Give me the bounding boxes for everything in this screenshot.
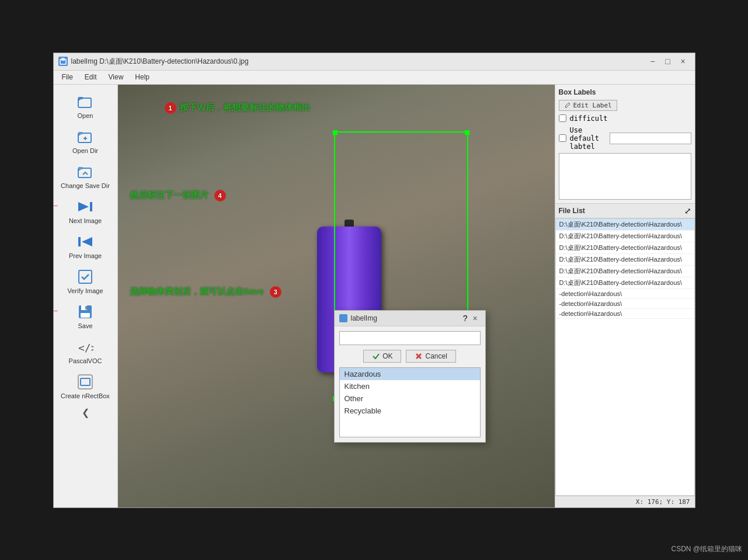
save-button[interactable]: Save ← [59, 300, 112, 332]
file-item-8[interactable]: -detection\Hazardous\ [556, 309, 694, 319]
verify-image-button[interactable]: Verify Image [59, 265, 112, 297]
prev-image-label: Prev Image [69, 252, 102, 259]
main-content: Open Open Dir [54, 85, 695, 507]
svg-rect-5 [78, 132, 83, 134]
dialog-buttons: OK Cancel [339, 350, 481, 363]
dialog-cancel-button[interactable]: Cancel [406, 350, 455, 363]
create-rect-button[interactable]: Create nRectBox [59, 370, 112, 402]
file-list-header: File List ⤢ [555, 204, 695, 218]
verify-image-label: Verify Image [67, 287, 103, 294]
file-item-0[interactable]: D:\桌面\K210\Battery-detection\Hazardous\ [556, 219, 694, 231]
dialog-list[interactable]: Hazardous Kitchen Other Recyclable [339, 367, 481, 437]
edit-icon [564, 102, 571, 109]
cancel-label: Cancel [425, 352, 447, 360]
next-image-icon [76, 197, 95, 216]
svg-text:</>: </> [78, 342, 93, 354]
file-item-7[interactable]: -detection\Hazardous\ [556, 299, 694, 309]
status-bar: X: 176; Y: 187 [555, 496, 695, 507]
svg-rect-3 [78, 97, 83, 99]
dialog-question-mark: ? [463, 314, 468, 323]
dialog-search-input[interactable] [339, 331, 481, 345]
pascal-voc-icon: </> [76, 338, 95, 356]
next-image-label: Next Image [69, 217, 102, 224]
open-button[interactable]: Open [59, 89, 112, 122]
expand-toolbar-button[interactable]: ❮ [62, 405, 109, 420]
file-item-4[interactable]: D:\桌面\K210\Battery-detection\Hazardous\ [556, 266, 694, 277]
dialog-controls: ? × [463, 313, 481, 324]
title-bar-left: labelImg D:\桌面\K210\Battery-detection\Ha… [58, 57, 249, 67]
close-button[interactable]: × [676, 55, 690, 67]
save-icon [76, 302, 95, 321]
title-bar: labelImg D:\桌面\K210\Battery-detection\Ha… [54, 53, 695, 71]
use-default-label-checkbox[interactable] [559, 134, 566, 142]
file-item-5[interactable]: D:\桌面\K210\Battery-detection\Hazardous\ [556, 277, 694, 289]
cancel-icon [415, 352, 423, 360]
difficult-checkbox[interactable] [559, 114, 566, 122]
create-rect-label: Create nRectBox [61, 392, 110, 399]
annotation-4: 然后标注下一张图片 4 [130, 190, 226, 201]
dialog-list-item-kitchen[interactable]: Kitchen [340, 380, 480, 392]
maximize-button[interactable]: □ [661, 55, 675, 67]
svg-rect-13 [78, 237, 81, 246]
edit-label-button[interactable]: Edit Label [559, 100, 617, 111]
menu-bar: File Edit View Help [54, 71, 695, 85]
file-list-content[interactable]: D:\桌面\K210\Battery-detection\Hazardous\ … [555, 218, 695, 496]
pascal-voc-button[interactable]: </> PascalVOC [59, 335, 112, 367]
save-arrow: ← [54, 305, 60, 317]
badge-1: 1 [165, 102, 176, 114]
verify-image-icon [76, 267, 95, 286]
file-item-1[interactable]: D:\桌面\K210\Battery-detection\Hazardous\ [556, 231, 694, 242]
svg-marker-23 [416, 353, 422, 359]
dialog-list-item-recyclable[interactable]: Recyclable [340, 405, 480, 417]
file-item-2[interactable]: D:\桌面\K210\Battery-detection\Hazardous\ [556, 242, 694, 254]
change-save-dir-button[interactable]: Change Save Dir [59, 159, 112, 192]
default-label-input[interactable] [610, 133, 691, 144]
next-image-arrow: ← [54, 200, 60, 212]
coords-text: X: 176; Y: 187 [636, 498, 690, 506]
toolbar: Open Open Dir [54, 85, 118, 507]
box-labels-title: Box Labels [559, 88, 691, 96]
next-image-button[interactable]: Next Image ← [59, 194, 112, 227]
save-label: Save [78, 322, 92, 329]
difficult-row: difficult [559, 114, 691, 123]
difficult-label: difficult [570, 114, 608, 123]
dialog-icon [339, 314, 347, 322]
box-labels-section: Box Labels Edit Label difficult Use defa… [555, 85, 695, 204]
edit-label-text: Edit Label [573, 102, 612, 109]
menu-help[interactable]: Help [129, 72, 155, 82]
open-dir-button[interactable]: Open Dir [59, 124, 112, 157]
file-item-3[interactable]: D:\桌面\K210\Battery-detection\Hazardous\ [556, 254, 694, 266]
svg-rect-18 [85, 306, 87, 309]
ok-check-icon [372, 352, 380, 360]
menu-edit[interactable]: Edit [79, 72, 103, 82]
prev-image-button[interactable]: Prev Image [59, 229, 112, 262]
open-label: Open [78, 112, 93, 119]
change-save-dir-label: Change Save Dir [61, 182, 110, 189]
annotation-3: 选择物体类别后，就可以点击Save 3 [130, 286, 281, 298]
badge-3: 3 [270, 286, 281, 298]
ok-label: OK [382, 352, 392, 360]
file-list-section: File List ⤢ D:\桌面\K210\Battery-detection… [555, 204, 695, 507]
app-icon [58, 57, 68, 66]
dialog-close-button[interactable]: × [470, 313, 481, 324]
menu-view[interactable]: View [103, 72, 130, 82]
labellmg-dialog: labelImg ? × OK [334, 310, 486, 443]
file-item-6[interactable]: -detection\Hazardous\ [556, 289, 694, 299]
open-dir-icon [76, 127, 95, 146]
dialog-list-item-other[interactable]: Other [340, 392, 480, 405]
file-list-expand-icon[interactable]: ⤢ [684, 206, 691, 215]
dialog-title-bar: labelImg ? × [335, 311, 485, 326]
labels-text-area [559, 153, 691, 200]
change-save-dir-icon [76, 162, 95, 181]
prev-image-icon [76, 232, 95, 251]
svg-rect-11 [90, 202, 92, 211]
menu-file[interactable]: File [56, 72, 79, 82]
badge-4: 4 [214, 190, 226, 201]
minimize-button[interactable]: − [646, 55, 660, 67]
dialog-list-item-hazardous[interactable]: Hazardous [340, 368, 480, 380]
dialog-ok-button[interactable]: OK [363, 350, 401, 363]
create-rect-icon [76, 373, 95, 391]
svg-rect-14 [79, 270, 92, 283]
canvas-area[interactable]: 1 按下W后，将想要标注的物体框出 然后标注下一张图片 4 选择物体类别后，就可… [118, 85, 555, 507]
svg-marker-10 [78, 202, 89, 211]
